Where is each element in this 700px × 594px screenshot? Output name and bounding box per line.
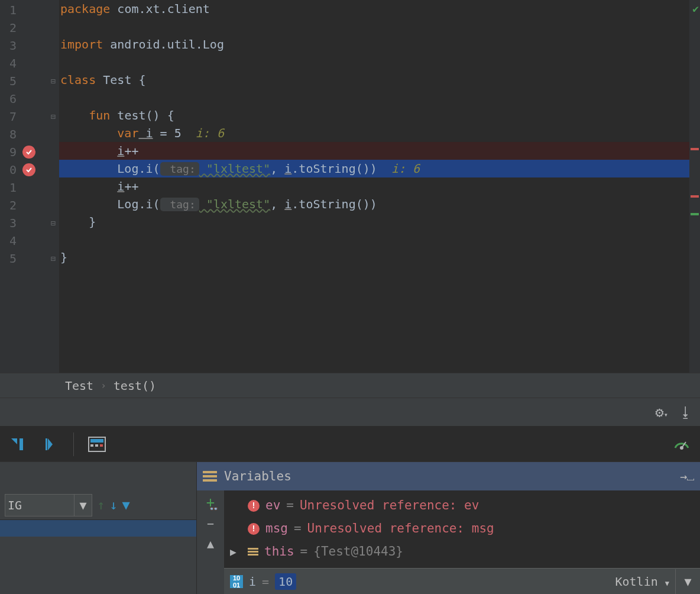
debug-bottom-panel: IG ▼ ↑ ↓ ▼ Variables →⎵ + − ▲ — [0, 462, 700, 594]
binary-icon: 1001 — [230, 575, 243, 588]
inspections-ok-icon[interactable]: ✔ — [692, 2, 699, 15]
evaluate-input-row: 1001 i = 10 Kotlin ▼ ▼ — [224, 568, 700, 594]
step-into-icon[interactable] — [7, 434, 27, 454]
ruler-mark[interactable] — [691, 148, 699, 150]
svg-rect-5 — [95, 444, 98, 447]
object-icon — [248, 548, 258, 556]
code-line: } — [59, 213, 700, 231]
eval-var-name: i — [249, 574, 256, 589]
code-line — [59, 18, 700, 35]
chevron-down-icon[interactable]: ▼ — [74, 495, 92, 516]
variables-gutter: + − ▲ — [197, 490, 224, 594]
code-line: fun test() { — [59, 106, 700, 124]
code-line — [59, 89, 700, 106]
next-frame-icon[interactable]: ↓ — [109, 498, 117, 512]
line-number: 3 — [0, 216, 17, 230]
variables-header: Variables →⎵ — [197, 462, 700, 490]
error-icon: ! — [248, 500, 260, 512]
breadcrumb-separator: › — [101, 380, 106, 391]
line-number: 5 — [0, 74, 17, 88]
overview-ruler[interactable]: ✔ — [689, 0, 700, 373]
breadcrumb-class[interactable]: Test — [65, 379, 93, 393]
breadcrumb-method[interactable]: test() — [114, 379, 156, 393]
inline-hint: i: 6 — [377, 162, 420, 176]
fold-icon[interactable]: ⊟ — [51, 76, 56, 86]
line-number: 3 — [0, 38, 17, 53]
calculator-icon[interactable] — [87, 434, 107, 454]
line-number: 0 — [0, 163, 17, 177]
variables-icon — [203, 471, 217, 482]
code-line: i++ — [59, 177, 700, 195]
frames-filter-row: IG ▼ ↑ ↓ ▼ — [0, 490, 196, 520]
previous-frame-icon[interactable]: ↑ — [97, 498, 105, 512]
debug-inner-toolbar — [0, 427, 700, 462]
breadcrumb[interactable]: Test › test() — [0, 373, 700, 398]
fold-end-icon[interactable]: ⊟ — [51, 254, 56, 263]
code-line: var i = 5 i: 6 — [59, 124, 700, 142]
variable-row[interactable]: ▶ this = {Test@10443} — [230, 540, 694, 563]
code-line: } — [59, 248, 700, 266]
svg-rect-6 — [100, 444, 103, 447]
line-number: 5 — [0, 251, 17, 266]
debug-toolbar: ⚙▾ ⭳ — [0, 398, 700, 427]
history-dropdown-icon[interactable]: ▼ — [675, 569, 700, 594]
thread-dropdown[interactable]: IG ▼ — [5, 494, 92, 516]
code-line — [59, 231, 700, 248]
variable-row[interactable]: ! msg = Unresolved reference: msg — [230, 517, 694, 540]
svg-rect-1 — [46, 438, 47, 450]
variables-title: Variables — [224, 469, 291, 483]
filter-icon[interactable]: ▼ — [122, 498, 130, 512]
frames-panel: IG ▼ ↑ ↓ ▼ — [0, 462, 197, 594]
expand-triangle-icon[interactable]: ▶ — [230, 540, 242, 563]
breakpoint-icon[interactable] — [22, 146, 35, 159]
line-number: 4 — [0, 56, 17, 70]
language-label[interactable]: Kotlin ▼ — [615, 574, 669, 589]
line-number: 2 — [0, 21, 17, 35]
svg-rect-4 — [90, 444, 93, 447]
add-watch-icon[interactable]: + — [206, 494, 215, 511]
ruler-mark[interactable] — [691, 213, 699, 215]
download-icon[interactable]: ⭳ — [679, 404, 693, 421]
editor-area: 1 2 3 4 5⊟ 6 7⊟ 8 9 0 1 2 3⊟ 4 5⊟ packag… — [0, 0, 700, 373]
svg-rect-0 — [20, 438, 23, 450]
code-line: Log.i( tag: "lxltest", i.toString()) — [59, 195, 700, 213]
variable-row[interactable]: ! ev = Unresolved reference: ev — [230, 494, 694, 517]
variables-panel: Variables →⎵ + − ▲ ! ev = Unresolved ref… — [197, 462, 700, 594]
line-number: 1 — [0, 180, 17, 195]
cursor-icon[interactable] — [40, 434, 60, 454]
thread-dropdown-label: IG — [8, 498, 22, 512]
fold-end-icon[interactable]: ⊟ — [51, 218, 56, 228]
line-number: 7 — [0, 109, 17, 124]
code-line: package com.xt.client — [59, 0, 700, 18]
param-hint: tag: — [160, 198, 199, 211]
gutter: 1 2 3 4 5⊟ 6 7⊟ 8 9 0 1 2 3⊟ 4 5⊟ — [0, 0, 59, 373]
remove-watch-icon[interactable]: − — [207, 516, 214, 531]
gear-icon[interactable]: ⚙▾ — [655, 404, 668, 421]
expand-icon[interactable]: →⎵ — [680, 469, 694, 483]
ruler-mark[interactable] — [691, 195, 699, 198]
line-number: 8 — [0, 127, 17, 141]
separator — [73, 432, 74, 456]
frames-list[interactable] — [0, 520, 196, 594]
eval-input[interactable]: 10 — [275, 573, 296, 590]
line-number: 9 — [0, 145, 17, 159]
speedometer-icon[interactable] — [673, 435, 691, 456]
selected-frame[interactable] — [0, 520, 196, 537]
code-line-current: Log.i( tag: "lxltest", i.toString()) i: … — [59, 160, 700, 177]
code-line: class Test { — [59, 71, 700, 89]
line-number: 1 — [0, 3, 17, 17]
line-number: 2 — [0, 198, 17, 212]
line-number: 6 — [0, 92, 17, 106]
breakpoint-icon[interactable] — [22, 163, 35, 176]
code-line: i++ — [59, 142, 700, 160]
up-icon[interactable]: ▲ — [207, 537, 214, 551]
line-number: 4 — [0, 234, 17, 248]
inline-hint: i: 6 — [182, 126, 224, 140]
code-line — [59, 53, 700, 71]
code-line: import android.util.Log — [59, 35, 700, 53]
error-icon: ! — [248, 523, 260, 535]
fold-icon[interactable]: ⊟ — [51, 112, 56, 121]
param-hint: tag: — [160, 162, 199, 176]
svg-rect-3 — [90, 439, 103, 443]
code-text-area[interactable]: package com.xt.client import android.uti… — [59, 0, 700, 373]
